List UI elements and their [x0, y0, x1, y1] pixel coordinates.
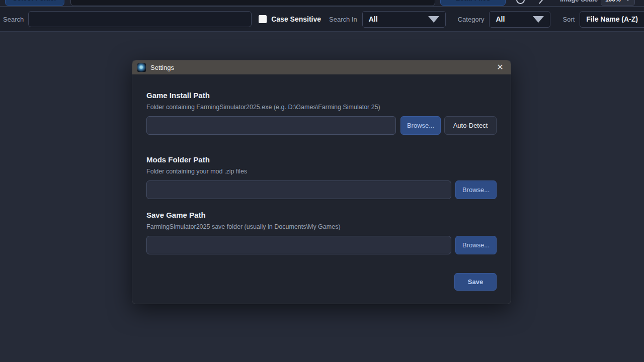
auto-detect-button[interactable]: Auto-Detect: [444, 116, 497, 135]
mods-folder-path-description: Folder containing your mod .zip files: [146, 167, 497, 176]
case-sensitive-checkbox[interactable]: [259, 15, 267, 23]
save-game-path-row: Browse...: [146, 236, 497, 254]
load-files-button[interactable]: Load Files: [440, 0, 506, 6]
mods-folder-path-input[interactable]: [146, 180, 451, 199]
mods-folder-path-row: Browse...: [146, 180, 497, 199]
folder-path-input[interactable]: [70, 0, 435, 6]
save-game-path-description: FarmingSimulator2025 save folder (usuall…: [146, 222, 497, 231]
chevron-down-icon: [428, 16, 439, 23]
image-scale-dropdown[interactable]: 100%: [601, 0, 635, 6]
mods-folder-path-heading: Mods Folder Path: [146, 155, 497, 165]
search-in-value: All: [369, 15, 378, 23]
save-game-path-input[interactable]: [146, 236, 451, 254]
game-install-browse-button[interactable]: Browse...: [400, 116, 441, 135]
chevron-down-icon: [533, 16, 544, 23]
close-icon[interactable]: ✕: [495, 63, 506, 71]
diagonal-line-icon[interactable]: [539, 0, 545, 4]
chevron-down-icon: [625, 0, 630, 1]
category-label: Category: [458, 16, 485, 23]
settings-dialog: Settings ✕ Game Install Path Folder cont…: [132, 60, 511, 304]
select-folder-button[interactable]: Select Folder: [5, 0, 64, 6]
dialog-body: Game Install Path Folder containing Farm…: [132, 74, 511, 304]
save-row: Save: [146, 273, 497, 291]
game-install-path-row: Browse... Auto-Detect: [146, 116, 497, 135]
search-input[interactable]: [28, 11, 252, 27]
category-dropdown[interactable]: All: [489, 11, 550, 28]
select-folder-label: Select Folder: [13, 0, 57, 2]
sort-dropdown[interactable]: File Name (A-Z): [580, 11, 644, 28]
save-label: Save: [468, 278, 483, 286]
auto-detect-label: Auto-Detect: [453, 122, 488, 129]
image-scale-label: Image Scale: [560, 0, 598, 3]
app-logo-icon: [137, 63, 146, 72]
image-scale-value: 100%: [605, 0, 621, 3]
search-label: Search: [3, 16, 24, 23]
save-button[interactable]: Save: [454, 273, 497, 291]
game-install-path-input[interactable]: [146, 116, 396, 135]
dialog-title: Settings: [150, 64, 174, 71]
category-value: All: [496, 15, 505, 23]
sort-value: File Name (A-Z): [586, 15, 638, 23]
save-game-path-heading: Save Game Path: [146, 210, 497, 220]
search-in-dropdown[interactable]: All: [362, 11, 446, 28]
dialog-titlebar[interactable]: Settings ✕: [132, 60, 511, 74]
mods-folder-browse-button[interactable]: Browse...: [455, 180, 497, 199]
circle-icon[interactable]: [516, 0, 525, 4]
top-toolbar: Select Folder Load Files Image Scale 100…: [0, 0, 644, 7]
search-in-label: Search In: [329, 16, 357, 23]
game-install-path-description: Folder containing FarmingSimulator2025.e…: [146, 103, 497, 112]
save-game-browse-button[interactable]: Browse...: [455, 236, 497, 254]
game-install-path-heading: Game Install Path: [146, 90, 497, 101]
browse-label: Browse...: [462, 186, 490, 194]
search-filter-bar: Search Case Sensitive Search In All Cate…: [0, 7, 644, 32]
case-sensitive-label: Case Sensitive: [271, 15, 321, 23]
browse-label: Browse...: [462, 241, 490, 249]
sort-label: Sort: [562, 16, 575, 23]
browse-label: Browse...: [407, 122, 434, 129]
load-files-label: Load Files: [455, 0, 490, 2]
